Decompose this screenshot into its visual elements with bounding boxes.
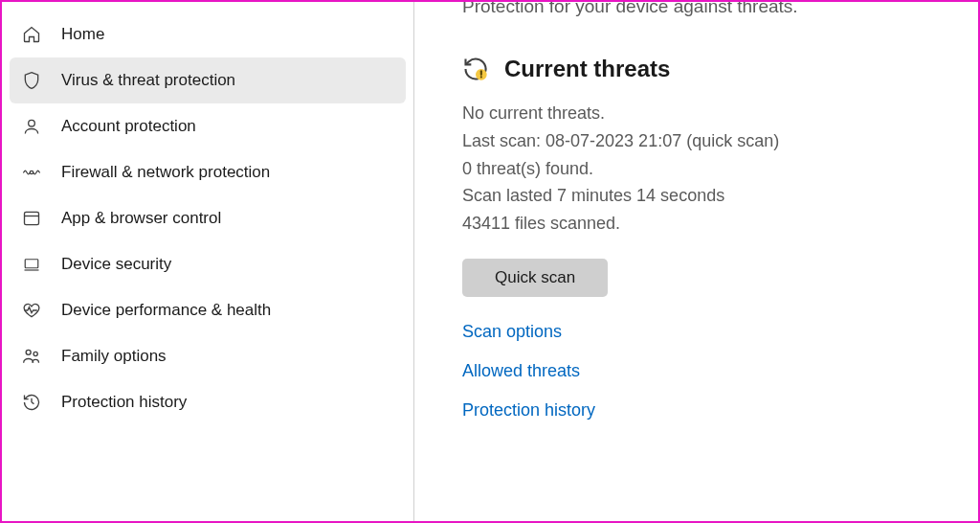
app-browser-icon xyxy=(21,208,42,229)
last-scan-text: Last scan: 08-07-2023 21:07 (quick scan) xyxy=(462,127,978,155)
sidebar-item-family[interactable]: Family options xyxy=(10,333,406,379)
heart-pulse-icon xyxy=(21,300,42,321)
sidebar-item-app-browser[interactable]: App & browser control xyxy=(10,195,406,241)
links-section: Scan options Allowed threats Protection … xyxy=(462,322,978,421)
section-title: Current threats xyxy=(504,56,670,82)
family-icon xyxy=(21,346,42,367)
scan-options-link[interactable]: Scan options xyxy=(462,322,978,342)
scan-duration-text: Scan lasted 7 minutes 14 seconds xyxy=(462,182,978,210)
sidebar-item-home[interactable]: Home xyxy=(10,11,406,57)
svg-point-0 xyxy=(29,120,35,126)
sidebar-item-protection-history[interactable]: Protection history xyxy=(10,379,406,425)
threat-status: No current threats. Last scan: 08-07-202… xyxy=(462,100,978,238)
svg-line-9 xyxy=(32,402,34,404)
quick-scan-button[interactable]: Quick scan xyxy=(462,259,608,297)
shield-icon xyxy=(21,70,42,91)
sidebar: Home Virus & threat protection Account p… xyxy=(2,2,413,521)
device-security-icon xyxy=(21,254,42,275)
sidebar-item-label: Device security xyxy=(61,255,171,274)
svg-rect-4 xyxy=(25,260,38,268)
sidebar-item-label: Account protection xyxy=(61,117,196,136)
files-scanned-text: 43411 files scanned. xyxy=(462,210,978,238)
protection-history-link[interactable]: Protection history xyxy=(462,400,978,421)
firewall-icon xyxy=(21,162,42,183)
sidebar-item-label: Virus & threat protection xyxy=(61,71,235,90)
page-subtitle: Protection for your device against threa… xyxy=(462,0,978,56)
sidebar-item-device-performance[interactable]: Device performance & health xyxy=(10,287,406,333)
sidebar-item-virus-threat[interactable]: Virus & threat protection xyxy=(10,57,406,103)
account-icon xyxy=(21,116,42,137)
sidebar-item-label: Family options xyxy=(61,347,167,366)
svg-point-7 xyxy=(33,352,37,355)
sidebar-item-label: App & browser control xyxy=(61,209,221,228)
svg-point-6 xyxy=(26,350,31,354)
sidebar-item-label: Device performance & health xyxy=(61,301,271,320)
sidebar-item-label: Protection history xyxy=(61,393,187,412)
allowed-threats-link[interactable]: Allowed threats xyxy=(462,361,978,381)
sidebar-item-firewall[interactable]: Firewall & network protection xyxy=(10,149,406,195)
no-threats-text: No current threats. xyxy=(462,100,978,127)
sidebar-item-label: Home xyxy=(61,25,104,44)
history-icon xyxy=(21,392,42,413)
main-content: Protection for your device against threa… xyxy=(414,2,978,521)
sidebar-item-device-security[interactable]: Device security xyxy=(10,241,406,287)
threats-found-text: 0 threat(s) found. xyxy=(462,155,978,183)
current-threats-header: Current threats xyxy=(462,56,978,82)
svg-rect-2 xyxy=(25,212,39,224)
threats-history-icon xyxy=(462,56,489,82)
sidebar-item-account[interactable]: Account protection xyxy=(10,103,406,149)
home-icon xyxy=(21,24,42,45)
sidebar-item-label: Firewall & network protection xyxy=(61,163,270,182)
svg-point-11 xyxy=(480,76,482,78)
